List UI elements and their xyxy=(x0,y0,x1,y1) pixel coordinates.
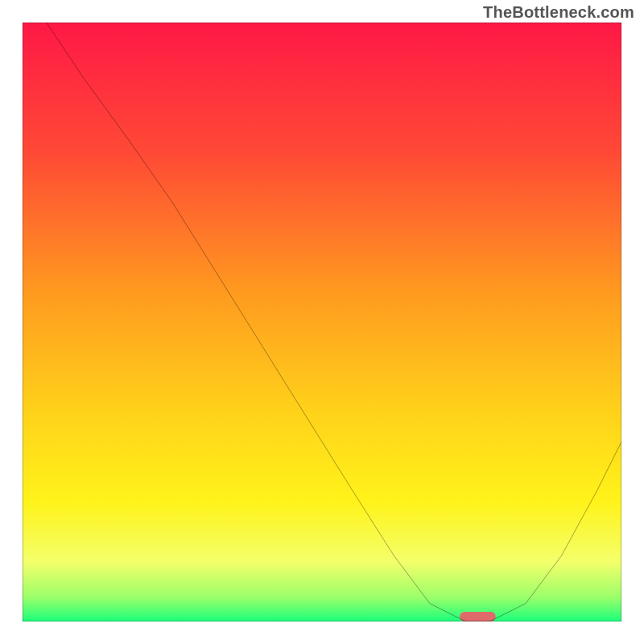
chart-svg xyxy=(23,23,621,621)
watermark-text: TheBottleneck.com xyxy=(483,3,634,22)
optimum-marker xyxy=(460,612,496,621)
chart-canvas xyxy=(23,23,621,621)
gradient-background xyxy=(23,23,621,621)
